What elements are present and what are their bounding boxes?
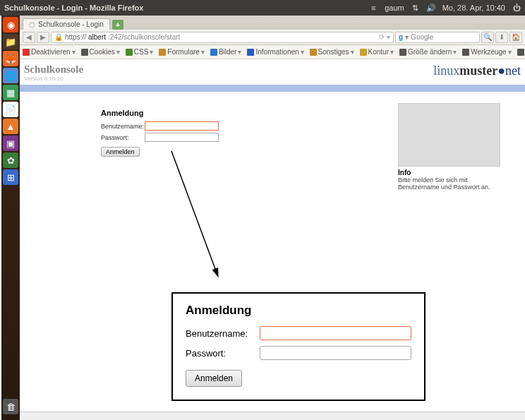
tab-favicon-icon: ◌ xyxy=(29,20,35,28)
devbar-item[interactable]: Formulare▾ xyxy=(156,48,207,56)
trash-icon[interactable]: 🗑 xyxy=(3,399,18,414)
tab-title: Schulkonsole - Login xyxy=(38,20,104,28)
login-button[interactable]: Anmelden xyxy=(101,147,140,157)
network-icon[interactable]: ⇅ xyxy=(411,4,420,12)
download-button[interactable]: ⬇ xyxy=(495,32,508,43)
dash-icon[interactable]: ◉ xyxy=(3,17,18,32)
back-button[interactable]: ◀ xyxy=(23,32,35,43)
devbar-item-label: Formulare xyxy=(167,48,200,56)
devbar-item[interactable]: Cookies▾ xyxy=(78,48,123,56)
sound-icon[interactable]: 🔊 xyxy=(427,4,435,12)
password-input[interactable] xyxy=(145,133,219,142)
devbar-item[interactable]: Informationen▾ xyxy=(244,48,306,56)
username-input[interactable] xyxy=(145,121,219,131)
devbar-item[interactable]: Quelltext anzeig▾ xyxy=(514,48,525,56)
home-button[interactable]: 🏠 xyxy=(509,32,522,43)
devbar-item[interactable]: Werkzeuge▾ xyxy=(459,48,514,56)
zoom-password-label: Passwort: xyxy=(186,348,260,359)
unity-launcher: ◉ 📁 🦊 🌐 ▦ 📄 ▲ ▣ ✿ ⊞ 🗑 xyxy=(1,16,20,420)
chevron-down-icon: ▾ xyxy=(453,48,457,56)
devbar-item-icon xyxy=(462,49,469,56)
chevron-down-icon: ▾ xyxy=(72,48,76,56)
app-icon[interactable]: ✿ xyxy=(3,152,18,168)
devbar-item[interactable]: Sonstiges▾ xyxy=(307,48,357,56)
panel-datetime[interactable]: Mo, 28. Apr, 10:40 xyxy=(442,4,505,12)
page-content: Schulkonsole Version 0.10.10 linuxmuster… xyxy=(20,59,525,419)
windows-icon[interactable]: ⊞ xyxy=(3,169,18,185)
chevron-down-icon: ▾ xyxy=(351,48,354,56)
chromium-icon[interactable]: 🌐 xyxy=(3,68,18,83)
username-label: Benutzername: xyxy=(101,123,145,130)
developer-toolbar: Deaktivieren▾Cookies▾CSS▾Formulare▾Bilde… xyxy=(20,45,525,59)
password-label: Passwort: xyxy=(101,134,145,141)
reload-icon[interactable]: ⟳ xyxy=(379,33,385,41)
devbar-item[interactable]: Bilder▾ xyxy=(207,48,245,56)
devbar-item-icon xyxy=(399,49,406,56)
writer-icon[interactable]: 📄 xyxy=(3,102,18,117)
devbar-item-icon xyxy=(159,49,166,56)
devbar-item-label: Sonstiges xyxy=(318,48,349,56)
chevron-down-icon: ▾ xyxy=(390,48,394,56)
search-button[interactable]: 🔍 xyxy=(481,32,494,43)
chevron-down-icon: ▾ xyxy=(508,48,512,56)
nav-toolbar: ◀ ▶ 🔒 https:// albert :242/schulkonsole/… xyxy=(20,30,525,45)
lock-icon: 🔒 xyxy=(54,33,63,41)
panel-username[interactable]: gaum xyxy=(385,4,404,12)
chevron-down-icon: ▾ xyxy=(201,48,205,56)
devbar-item-icon xyxy=(210,49,217,56)
search-placeholder: Google xyxy=(411,33,433,41)
files-icon[interactable]: 📁 xyxy=(3,34,18,49)
indicator-menu-icon[interactable]: ≡ xyxy=(369,4,378,12)
devbar-item-icon xyxy=(126,49,133,56)
annotation-arrow-icon xyxy=(168,148,231,289)
search-dropdown-icon[interactable]: ▾ xyxy=(405,33,409,41)
system-top-panel: Schulkonsole - Login - Mozilla Firefox ≡… xyxy=(0,0,525,16)
devbar-item-label: CSS xyxy=(134,48,149,56)
google-icon: g xyxy=(399,33,403,41)
devbar-item-label: Kontur xyxy=(368,48,389,56)
zoom-username-input[interactable] xyxy=(260,326,411,340)
devbar-item-label: Größe ändern xyxy=(408,48,452,56)
url-path: :242/schulkonsole/start xyxy=(108,33,180,41)
zoom-password-input[interactable] xyxy=(260,346,411,360)
terminal-icon[interactable]: ▣ xyxy=(3,136,18,151)
window-title: Schulkonsole - Login - Mozilla Firefox xyxy=(4,4,369,12)
calc-icon[interactable]: ▦ xyxy=(3,85,18,100)
info-image-placeholder xyxy=(398,103,500,167)
brand-logo: linuxmuster●net xyxy=(433,64,521,78)
chevron-down-icon: ▾ xyxy=(150,48,153,56)
devbar-item[interactable]: Kontur▾ xyxy=(357,48,397,56)
devbar-item-icon xyxy=(517,49,524,56)
info-panel: Info Bitte melden Sie sich mit Benutzern… xyxy=(398,103,500,191)
devbar-item-icon xyxy=(360,49,367,56)
zoom-username-label: Benutzername: xyxy=(186,328,260,339)
firefox-icon[interactable]: 🦊 xyxy=(3,51,18,66)
horizontal-scrollbar[interactable] xyxy=(20,412,525,420)
devbar-item-label: Informationen xyxy=(255,48,298,56)
browser-tab[interactable]: ◌ Schulkonsole - Login xyxy=(23,18,110,30)
zoom-inset: Anmeldung Benutzername: Passwort: Anmeld… xyxy=(171,292,426,401)
devbar-item[interactable]: Deaktivieren▾ xyxy=(20,48,78,56)
devbar-item-label: Deaktivieren xyxy=(31,48,71,56)
login-heading: Anmeldung xyxy=(101,109,242,117)
devbar-item[interactable]: CSS▾ xyxy=(123,48,157,56)
forward-button[interactable]: ▶ xyxy=(37,32,49,43)
info-text: Bitte melden Sie sich mit Benutzername u… xyxy=(398,176,500,191)
devbar-item-icon xyxy=(310,49,317,56)
app-title: Schulkonsole xyxy=(24,64,83,76)
svg-line-0 xyxy=(171,151,217,275)
devbar-item-label: Bilder xyxy=(219,48,237,56)
zoom-login-button[interactable]: Anmelden xyxy=(186,370,242,387)
vlc-icon[interactable]: ▲ xyxy=(3,119,18,134)
url-bar[interactable]: 🔒 https:// albert :242/schulkonsole/star… xyxy=(51,32,394,43)
devbar-item-icon xyxy=(81,49,88,56)
dropdown-icon[interactable]: ▾ xyxy=(387,33,390,41)
devbar-item-label: Werkzeuge xyxy=(471,48,506,56)
search-box[interactable]: g ▾ Google xyxy=(395,32,480,43)
url-scheme: https:// xyxy=(65,33,86,41)
new-tab-button[interactable]: + xyxy=(112,20,123,30)
shutdown-icon[interactable]: ⏻ xyxy=(512,4,521,12)
app-version: Version 0.10.10 xyxy=(24,76,83,82)
chevron-down-icon: ▾ xyxy=(238,48,241,56)
devbar-item[interactable]: Größe ändern▾ xyxy=(397,48,459,56)
